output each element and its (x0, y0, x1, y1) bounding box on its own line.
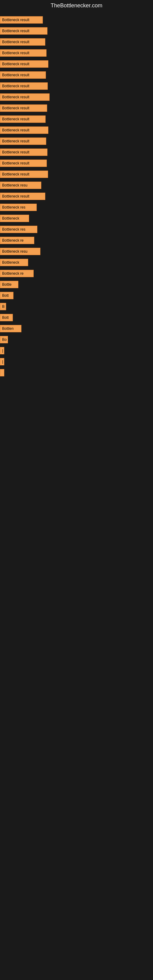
bar-label: Bottleneck result (2, 95, 29, 99)
bar-label: | (2, 360, 3, 364)
bar-label: | (2, 348, 3, 353)
bottleneck-result-bar: Bottleneck result (0, 170, 48, 178)
bottleneck-result-bar: Bottleneck result (0, 192, 45, 200)
bar-label: Bottleneck result (2, 51, 29, 55)
bar-row: Bottleneck result (0, 136, 153, 147)
bottleneck-result-bar: Bottleneck result (0, 94, 49, 101)
bar-row (0, 393, 153, 396)
bar-row: Bottleneck result (0, 81, 153, 92)
bar-label: Bott (2, 293, 9, 298)
bottleneck-result-bar: Bottleneck result (0, 105, 47, 112)
bar-row (0, 385, 153, 389)
bottleneck-result-bar: Bottleneck res (0, 204, 37, 211)
bottleneck-result-bar: Bottleneck result (0, 83, 48, 90)
bar-row: Bottlen (0, 323, 153, 334)
bar-row: Bottleneck result (0, 37, 153, 48)
bar-label: Bott (2, 315, 9, 320)
bar-label: Bottleneck result (2, 139, 29, 143)
bar-label: Bottleneck result (2, 161, 29, 165)
bar-row: Bottleneck result (0, 114, 153, 125)
bar-label: Bottleneck resu (2, 183, 27, 188)
bar-label: Bottleneck result (2, 117, 29, 121)
bar-row: Bottleneck result (0, 14, 153, 25)
bottleneck-result-bar: Bottleneck resu (0, 248, 40, 255)
bar-label: Bottleneck result (2, 150, 29, 154)
bottleneck-result-bar: | (0, 358, 4, 365)
bottleneck-result-bar: Bottleneck result (0, 27, 48, 35)
bar-row: Bottle (0, 279, 153, 290)
bar-row: Bottleneck re (0, 268, 153, 279)
bar-row: Bottleneck result (0, 25, 153, 37)
bottleneck-result-bar: Bottleneck res (0, 226, 37, 233)
bottleneck-result-bar: | (0, 347, 4, 354)
bar-label: Bottleneck re (2, 271, 24, 275)
bar-label: Bottleneck res (2, 205, 26, 210)
bar-row: | (0, 345, 153, 356)
bottleneck-result-bar: Bottleneck result (0, 148, 48, 156)
bar-label: Bottleneck result (2, 194, 29, 199)
bar-label: Bottleneck result (2, 172, 29, 177)
bar-row: Bottleneck re (0, 235, 153, 246)
bottleneck-result-bar (0, 369, 4, 376)
bar-label: Bottleneck result (2, 84, 29, 88)
bar-label: Bottleneck result (2, 62, 29, 66)
bottleneck-result-bar: Bottleneck (0, 259, 28, 266)
bar-row: Bottleneck result (0, 70, 153, 81)
bar-row: Bottleneck result (0, 48, 153, 59)
bottleneck-result-bar: Bottleneck resu (0, 181, 41, 189)
bottleneck-result-bar: Bott (0, 292, 13, 299)
bar-row: Bottleneck result (0, 191, 153, 202)
bar-row: Bo (0, 334, 153, 345)
bars-container: Bottleneck resultBottleneck resultBottle… (0, 11, 153, 400)
bottleneck-result-bar: Bottleneck result (0, 49, 46, 57)
bar-row (0, 389, 153, 393)
bar-row: Bottleneck result (0, 125, 153, 136)
bottleneck-result-bar: B (0, 303, 6, 310)
bottleneck-result-bar: Bottleneck result (0, 137, 46, 145)
bar-row: Bottleneck result (0, 59, 153, 70)
bar-row: Bottleneck (0, 213, 153, 224)
bar-label: Bottle (2, 282, 12, 286)
bar-label: B (2, 304, 5, 309)
bottleneck-result-bar: Bottleneck result (0, 16, 43, 24)
bar-label: Bottleneck (2, 260, 19, 265)
bar-label: Bottleneck result (2, 106, 29, 110)
bar-row: Bottleneck res (0, 202, 153, 213)
site-title: TheBottlenecker.com (0, 0, 153, 11)
bottleneck-result-bar: Bo (0, 336, 8, 343)
bar-row: Bottleneck resu (0, 246, 153, 257)
bar-row (0, 378, 153, 382)
bottleneck-result-bar: Bottleneck re (0, 270, 33, 277)
bottleneck-result-bar: Bottleneck result (0, 72, 46, 79)
bottleneck-result-bar: Bottleneck result (0, 115, 46, 123)
bar-row: Bottleneck result (0, 158, 153, 169)
bar-label: Bottleneck re (2, 238, 24, 243)
bottleneck-result-bar: Bottleneck re (0, 237, 34, 244)
bar-row: Bottleneck result (0, 92, 153, 103)
bar-label: Bottleneck result (2, 18, 29, 22)
bar-label: Bottlen (2, 326, 13, 331)
bar-row: Bottleneck (0, 257, 153, 268)
bottleneck-result-bar: Bottleneck result (0, 126, 48, 134)
bottleneck-result-bar: Bottle (0, 281, 18, 288)
bar-row (0, 382, 153, 385)
bar-row: B (0, 301, 153, 312)
bottleneck-result-bar: Bottlen (0, 325, 21, 332)
bottleneck-result-bar: Bottleneck result (0, 159, 47, 167)
bar-label: Bottleneck res (2, 227, 26, 232)
bar-row: | (0, 356, 153, 367)
bar-row: Bott (0, 290, 153, 301)
bar-label: Bottleneck resu (2, 249, 27, 254)
bar-row: Bottleneck result (0, 103, 153, 114)
bar-row: Bottleneck resu (0, 180, 153, 191)
bar-label: Bottleneck result (2, 73, 29, 77)
bottleneck-result-bar: Bott (0, 314, 13, 321)
bar-row: Bott (0, 312, 153, 323)
bottleneck-result-bar: Bottleneck result (0, 38, 45, 46)
bar-label: Bottleneck result (2, 40, 29, 44)
bar-label: Bo (2, 337, 7, 342)
bar-row: Bottleneck result (0, 169, 153, 180)
bar-label: Bottleneck result (2, 29, 29, 33)
bar-row: Bottleneck result (0, 147, 153, 158)
bar-row (0, 367, 153, 378)
